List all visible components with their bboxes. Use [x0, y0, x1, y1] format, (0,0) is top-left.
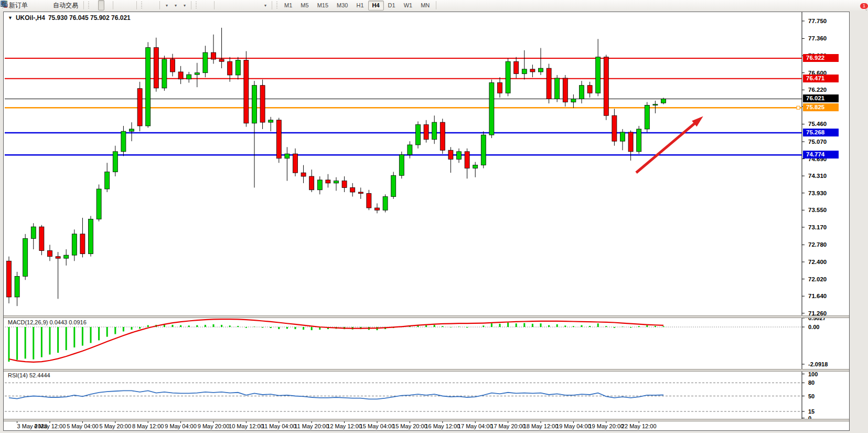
macd-indicator-label: MACD(12,26,9) 0.0443 0.0916: [8, 319, 87, 325]
price-axis-tick-label: 72.400: [808, 259, 827, 265]
bear-candle: [563, 78, 567, 102]
templates-button[interactable]: ▾: [180, 0, 189, 10]
bull-candle: [489, 83, 494, 135]
bull-candle: [317, 180, 322, 190]
bull-candle: [645, 105, 649, 129]
timeframe-m1-button[interactable]: M1: [280, 1, 296, 10]
periods-button[interactable]: ▾: [171, 0, 180, 10]
zoom-in-button[interactable]: [115, 0, 122, 10]
equidistant-channel-tool-button[interactable]: E: [235, 0, 242, 10]
timeframe-m30-button[interactable]: M30: [333, 1, 352, 10]
bear-candle: [440, 122, 445, 150]
timeframe-d1-button[interactable]: D1: [384, 1, 400, 10]
trading-platform-window: 新订单 自动交易: [0, 0, 868, 433]
bull-candle: [653, 104, 658, 105]
text-tool-button[interactable]: A: [248, 0, 254, 10]
bull-candle: [596, 57, 601, 93]
bear-candle: [465, 152, 469, 168]
timeframe-mn-button[interactable]: MN: [416, 1, 434, 10]
chart-canvas[interactable]: 77.75077.36076.98076.60076.22075.85075.4…: [4, 12, 849, 430]
bear-candle: [612, 115, 617, 141]
chart-shift-button[interactable]: [151, 0, 157, 10]
rsi-indicator-label: RSI(14) 52.4444: [8, 372, 50, 378]
crosshair-tool-button[interactable]: [206, 0, 212, 10]
toolbar-grip[interactable]: [141, 2, 143, 9]
time-axis-label: 4 May 12:00: [34, 423, 66, 429]
bar-chart-mode-button[interactable]: [92, 0, 98, 10]
timeframe-m15-button[interactable]: M15: [313, 1, 333, 10]
time-axis-label: 17 May 20:00: [490, 423, 526, 429]
bull-candle: [64, 255, 69, 258]
time-axis-label: 9 May 04:00: [165, 423, 197, 429]
time-axis-label: 12 May 12:00: [327, 423, 362, 429]
bear-candle: [170, 59, 175, 72]
bull-candle: [539, 68, 543, 72]
bull-candle: [162, 59, 167, 88]
horizontal-line-tool-button[interactable]: [223, 0, 229, 10]
price-axis-tick-label: 77.360: [808, 35, 827, 41]
bear-candle: [514, 61, 519, 73]
data-window-button[interactable]: [37, 0, 44, 10]
price-level-label: 75.268: [803, 129, 839, 136]
timeframe-w1-button[interactable]: W1: [400, 1, 417, 10]
bull-candle: [72, 234, 77, 255]
chart-panes[interactable]: ▼ UKOil-,H4 75.930 76.045 75.902 76.021 …: [3, 12, 850, 431]
candlestick-mode-button[interactable]: [98, 0, 104, 10]
bear-candle: [56, 257, 60, 258]
bull-candle: [97, 189, 101, 219]
timeframe-m5-button[interactable]: M5: [296, 1, 313, 10]
toolbar-grip[interactable]: [276, 2, 278, 9]
bull-candle: [23, 238, 28, 276]
time-axis-label: 19 May 04:00: [556, 423, 591, 429]
rsi-line: [9, 390, 663, 399]
chart-window: ▼ UKOil-,H4 75.930 76.045 75.902 76.021 …: [0, 10, 868, 433]
pane-splitter[interactable]: [4, 315, 849, 318]
price-axis-tick-label: 72.020: [808, 276, 827, 282]
market-watch-button[interactable]: [31, 0, 37, 10]
price-axis-tick-label: 73.170: [808, 224, 827, 230]
new-chart-button[interactable]: ▾: [162, 0, 171, 10]
bull-candle: [113, 152, 117, 172]
line-chart-mode-button[interactable]: [104, 0, 111, 10]
auto-scroll-button[interactable]: [145, 0, 151, 10]
timeframe-toolbar: M1M5M15M30H1H4D1W1MN: [280, 1, 434, 10]
fibonacci-tool-button[interactable]: F: [242, 0, 248, 10]
time-axis-label: 18 May 12:00: [523, 423, 559, 429]
signals-button[interactable]: [44, 0, 50, 10]
zoom-out-button[interactable]: [122, 0, 128, 10]
search-icon[interactable]: [0, 0, 8, 8]
bear-candle: [276, 120, 281, 159]
arrows-tool-button[interactable]: ▾: [261, 0, 270, 10]
bear-candle: [530, 69, 535, 72]
bull-candle: [203, 52, 208, 73]
level-drag-handle[interactable]: [797, 106, 800, 109]
macd-axis-label: -2.0918: [808, 361, 828, 367]
text-label-tool-button[interactable]: T: [254, 0, 261, 10]
bull-candle: [408, 145, 412, 155]
rsi-axis-label: 15: [808, 408, 815, 415]
price-axis-tick-label: 72.780: [808, 241, 827, 248]
bull-candle: [473, 165, 478, 168]
time-axis-label: 5 May 04:00: [67, 423, 99, 429]
main-toolbar: 新订单 自动交易: [0, 0, 868, 11]
bear-candle: [498, 83, 502, 93]
bear-candle: [244, 60, 249, 123]
toolbar-grip[interactable]: [88, 2, 90, 9]
bull-candle: [457, 152, 462, 160]
pane-splitter[interactable]: [4, 419, 849, 421]
timeframe-h1-button[interactable]: H1: [352, 1, 368, 10]
time-axis-label: 5 May 20:00: [100, 423, 132, 429]
vertical-line-tool-button[interactable]: [217, 0, 223, 10]
price-axis-tick-label: 73.930: [808, 190, 827, 196]
auto-trading-button[interactable]: 自动交易: [50, 0, 81, 10]
cursor-tool-button[interactable]: [199, 0, 206, 10]
tile-windows-button[interactable]: [128, 0, 134, 10]
toolbar-grip[interactable]: [195, 2, 198, 9]
pane-splitter[interactable]: [4, 369, 849, 372]
notification-badge: 1: [860, 3, 868, 9]
timeframe-h4-button[interactable]: H4: [368, 1, 384, 10]
trendline-tool-button[interactable]: [229, 0, 235, 10]
bull-candle: [269, 120, 273, 122]
bear-candle: [293, 154, 298, 173]
new-order-button[interactable]: 新订单: [6, 0, 31, 10]
